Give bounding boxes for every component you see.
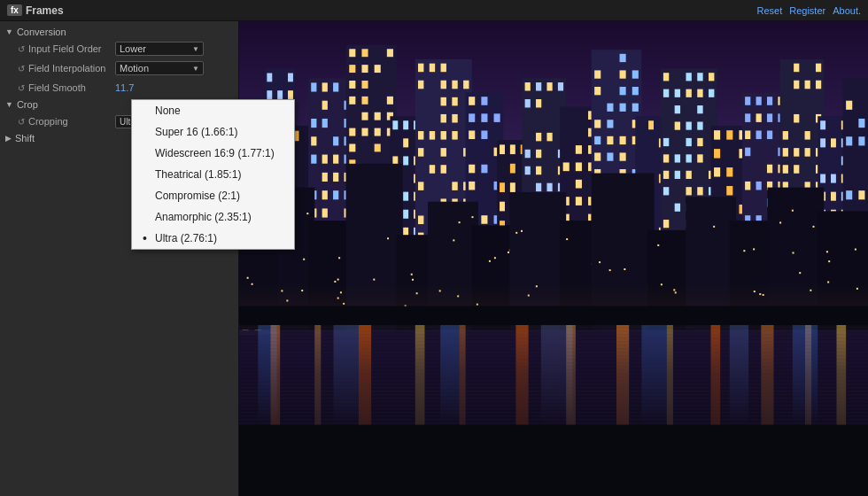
conversion-label: Conversion — [17, 27, 66, 37]
dropdown-item-none[interactable]: None — [132, 100, 294, 121]
input-field-order-select[interactable]: Lower ▼ — [115, 42, 204, 56]
bullet-none — [143, 104, 150, 118]
dropdown-item-theatrical[interactable]: Theatrical (1.85:1) — [132, 164, 294, 185]
video-preview — [239, 21, 868, 496]
cropping-label: ↺ Cropping — [18, 116, 115, 127]
chevron-down-icon-2: ▼ — [192, 65, 199, 73]
dropdown-item-widescreen[interactable]: Widescreen 16:9 (1.77:1) — [132, 143, 294, 164]
field-interpolation-row: ↺ Field Interpolation Motion ▼ — [0, 58, 238, 78]
conversion-arrow: ▼ — [5, 27, 13, 36]
about-link[interactable]: About. — [833, 5, 861, 16]
dropdown-item-compromise[interactable]: Compromise (2:1) — [132, 185, 294, 206]
crop-label: Crop — [17, 99, 38, 110]
register-link[interactable]: Register — [789, 5, 825, 16]
bullet-widescreen — [143, 146, 150, 160]
conversion-section-header[interactable]: ▼ Conversion — [0, 25, 238, 39]
reset-icon-interpolation: ↺ — [18, 64, 25, 74]
reset-link[interactable]: Reset — [756, 5, 782, 16]
fx-badge: fx — [7, 4, 22, 16]
dropdown-item-super16[interactable]: Super 16 (1.66:1) — [132, 121, 294, 143]
field-interpolation-label: ↺ Field Interpolation — [18, 63, 115, 74]
field-smooth-value[interactable]: 11.7 — [115, 82, 233, 93]
crop-arrow: ▼ — [5, 100, 13, 109]
reset-icon-field-order: ↺ — [18, 44, 25, 54]
bullet-compromise — [143, 189, 150, 203]
input-field-order-label: ↺ Input Field Order — [18, 43, 115, 54]
chevron-down-icon: ▼ — [192, 45, 199, 53]
left-panel: ▼ Conversion ↺ Input Field Order Lower ▼… — [0, 21, 239, 496]
bullet-anamorphic — [143, 210, 150, 224]
field-smooth-row: ↺ Field Smooth 11.7 — [0, 78, 238, 97]
top-bar: fx Frames Reset Register About. — [0, 0, 868, 21]
bullet-super16 — [143, 125, 150, 139]
dropdown-item-anamorphic[interactable]: Anamorphic (2.35:1) — [132, 206, 294, 228]
app-title-text: Frames — [26, 4, 64, 17]
bullet-theatrical — [143, 167, 150, 182]
preview-panel — [239, 21, 868, 496]
reset-icon-smooth: ↺ — [18, 83, 25, 93]
main-area: ▼ Conversion ↺ Input Field Order Lower ▼… — [0, 21, 868, 496]
cropping-dropdown-menu: None Super 16 (1.66:1) Widescreen 16:9 (… — [131, 99, 295, 250]
app-title: fx Frames — [7, 4, 64, 17]
field-smooth-label: ↺ Field Smooth — [18, 82, 115, 93]
input-field-order-row: ↺ Input Field Order Lower ▼ — [0, 39, 238, 58]
top-bar-links: Reset Register About. — [756, 5, 861, 16]
bullet-ultra: • — [143, 231, 150, 245]
dropdown-item-ultra[interactable]: • Ultra (2.76:1) — [132, 228, 294, 249]
shift-label: Shift — [15, 133, 35, 143]
field-interpolation-dropdown[interactable]: Motion ▼ — [115, 61, 233, 75]
shift-arrow: ▶ — [5, 134, 12, 143]
reset-icon-cropping: ↺ — [18, 117, 25, 127]
input-field-order-dropdown[interactable]: Lower ▼ — [115, 42, 233, 56]
field-interpolation-select[interactable]: Motion ▼ — [115, 61, 204, 75]
